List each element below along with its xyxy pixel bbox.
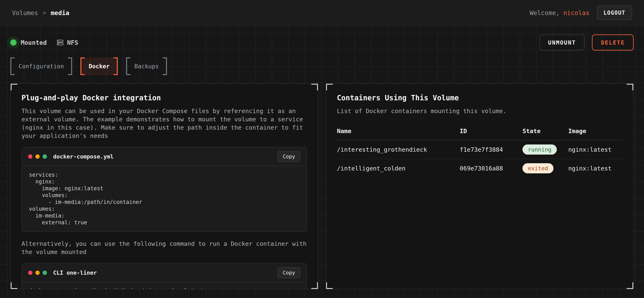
table-header-row: Name ID State Image bbox=[337, 125, 622, 140]
top-bar: Volumes > media Welcome, nicolas LOGOUT bbox=[0, 0, 644, 26]
cli-code-body: docker run -v im-media:/path/in/containe… bbox=[22, 282, 307, 289]
code-line: volumes: bbox=[29, 206, 300, 212]
volume-actions: UNMOUNT DELETE bbox=[540, 34, 634, 51]
mount-status: Mounted bbox=[10, 39, 47, 46]
container-image: nginx:latest bbox=[568, 165, 622, 172]
welcome-label: Welcome, bbox=[530, 9, 560, 16]
window-dot-green-icon bbox=[42, 271, 47, 275]
cli-copy-button[interactable]: Copy bbox=[277, 267, 300, 278]
code-line: services: bbox=[29, 171, 300, 178]
tab-docker[interactable]: Docker bbox=[80, 57, 118, 75]
unmount-button[interactable]: UNMOUNT bbox=[540, 34, 585, 51]
container-image: nginx:latest bbox=[568, 146, 622, 153]
docker-integration-panel: Plug-and-play Docker integration This vo… bbox=[10, 83, 318, 289]
cli-title: CLI one-liner bbox=[53, 270, 97, 276]
container-name: /intelligent_colden bbox=[337, 165, 460, 172]
logout-button[interactable]: LOGOUT bbox=[597, 5, 632, 20]
main-content: Mounted NFS UNMOUNT DELETE Configuration bbox=[0, 34, 644, 289]
corner-tick bbox=[10, 282, 17, 289]
container-state-cell: exited bbox=[522, 163, 568, 173]
column-header-image: Image bbox=[568, 128, 622, 135]
status-row: Mounted NFS UNMOUNT DELETE bbox=[10, 34, 634, 51]
container-id: f1e73e7f3884 bbox=[460, 146, 522, 153]
mounted-status-label: Mounted bbox=[21, 39, 47, 46]
corner-tick bbox=[326, 83, 333, 90]
mounted-status-dot-icon bbox=[10, 39, 16, 46]
column-header-state: State bbox=[522, 128, 568, 135]
server-icon bbox=[57, 39, 64, 46]
docker-panel-description: This volume can be used in your Docker C… bbox=[22, 107, 307, 140]
table-row: /interesting_grothendieck f1e73e7f3884 r… bbox=[337, 140, 622, 159]
corner-tick bbox=[627, 282, 634, 289]
tab-configuration[interactable]: Configuration bbox=[10, 57, 72, 75]
code-line: external: true bbox=[29, 219, 300, 226]
docker-panel-title: Plug-and-play Docker integration bbox=[22, 94, 307, 102]
code-line: volumes: bbox=[29, 192, 300, 199]
compose-filename: docker-compose.yml bbox=[53, 153, 114, 160]
topbar-right: Welcome, nicolas LOGOUT bbox=[530, 5, 632, 20]
username: nicolas bbox=[564, 9, 590, 16]
breadcrumb: Volumes > media bbox=[12, 9, 70, 16]
corner-tick bbox=[326, 282, 333, 289]
corner-tick bbox=[311, 83, 318, 90]
window-dots bbox=[28, 154, 47, 159]
corner-tick bbox=[627, 83, 634, 90]
delete-button[interactable]: DELETE bbox=[592, 34, 634, 51]
containers-panel-title: Containers Using This Volume bbox=[337, 94, 622, 102]
cli-intro-text: Alternatively, you can use the following… bbox=[22, 240, 307, 256]
code-line: nginx: bbox=[29, 178, 300, 185]
corner-tick bbox=[10, 83, 17, 90]
column-header-id: ID bbox=[460, 128, 522, 135]
table-row: /intelligent_colden 069e73016a88 exited … bbox=[337, 159, 622, 177]
window-dot-yellow-icon bbox=[35, 271, 40, 275]
container-state-cell: running bbox=[522, 145, 568, 154]
window-dot-red-icon bbox=[28, 271, 32, 275]
containers-panel: Containers Using This Volume List of Doc… bbox=[326, 83, 634, 289]
compose-code-body: services: nginx: image: nginx:latest vol… bbox=[22, 166, 307, 231]
code-line: image: nginx:latest bbox=[29, 185, 300, 192]
compose-code-block: docker-compose.yml Copy services: nginx:… bbox=[22, 147, 307, 232]
compose-code-header: docker-compose.yml Copy bbox=[22, 147, 307, 166]
code-line: im-media: bbox=[29, 212, 300, 219]
cli-code-block: CLI one-liner Copy docker run -v im-medi… bbox=[22, 263, 307, 289]
code-line: - im-media:/path/in/container bbox=[29, 199, 300, 206]
state-badge: running bbox=[522, 145, 557, 154]
column-header-name: Name bbox=[337, 128, 460, 135]
cli-code-header: CLI one-liner Copy bbox=[22, 264, 307, 282]
code-line: docker run -v im-media:/path/in/containe… bbox=[29, 287, 300, 289]
window-dot-green-icon bbox=[42, 154, 47, 159]
containers-table: Name ID State Image /interesting_grothen… bbox=[337, 125, 622, 177]
containers-panel-description: List of Docker containers mounting this … bbox=[337, 107, 622, 115]
window-dot-yellow-icon bbox=[35, 154, 40, 159]
volume-status-group: Mounted NFS bbox=[10, 39, 78, 46]
breadcrumb-separator-icon: > bbox=[42, 9, 46, 16]
window-dot-red-icon bbox=[28, 154, 32, 159]
container-name: /interesting_grothendieck bbox=[337, 146, 460, 153]
welcome-text: Welcome, nicolas bbox=[530, 9, 590, 16]
container-id: 069e73016a88 bbox=[460, 165, 522, 172]
state-badge: exited bbox=[522, 163, 554, 173]
tab-backups[interactable]: Backups bbox=[126, 57, 167, 75]
tab-bar: Configuration Docker Backups bbox=[10, 57, 634, 75]
corner-tick bbox=[311, 282, 318, 289]
breadcrumb-volumes-link[interactable]: Volumes bbox=[12, 9, 38, 16]
panels: Plug-and-play Docker integration This vo… bbox=[10, 83, 634, 289]
driver-badge: NFS bbox=[57, 39, 78, 46]
window-dots bbox=[28, 271, 47, 275]
breadcrumb-current-page: media bbox=[51, 9, 69, 16]
driver-label: NFS bbox=[67, 39, 78, 46]
compose-copy-button[interactable]: Copy bbox=[277, 151, 300, 162]
